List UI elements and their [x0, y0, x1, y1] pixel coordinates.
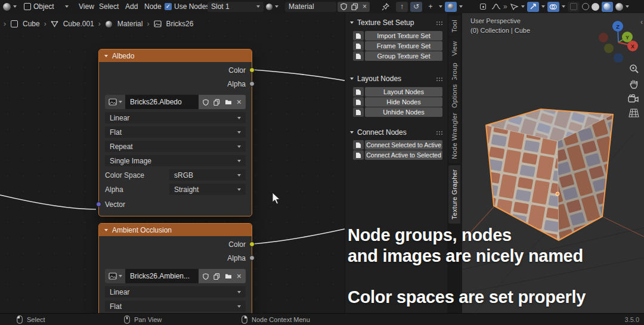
- unlink-icon[interactable]: ×: [237, 272, 242, 280]
- shader-type-value: Object: [33, 2, 54, 11]
- editor-type-button[interactable]: [3, 0, 17, 13]
- status-select-label: Select: [27, 316, 45, 323]
- image-browse-button[interactable]: [105, 269, 125, 283]
- material-name-field[interactable]: Material: [285, 0, 336, 13]
- breadcrumb-item-mesh[interactable]: Cube.001: [63, 20, 94, 28]
- pin-icon[interactable]: [382, 0, 389, 13]
- unlink-icon[interactable]: ×: [363, 3, 367, 10]
- output-label: Alpha: [227, 80, 246, 88]
- tab-node-wrangler[interactable]: Node Wrangler: [448, 109, 460, 163]
- duplicate-icon[interactable]: [351, 3, 358, 10]
- navigation-gizmo[interactable]: Z Y X: [595, 16, 642, 69]
- interpolation-select[interactable]: Linear: [105, 112, 246, 123]
- show-gizmo-icon[interactable]: [510, 3, 519, 10]
- extension-select[interactable]: Repeat: [105, 141, 246, 152]
- image-name-field[interactable]: Bricks26.Albedo: [125, 95, 199, 109]
- collapse-node-icon[interactable]: [104, 55, 108, 57]
- menu-add[interactable]: Add: [124, 0, 139, 13]
- shading-solid-icon[interactable]: [592, 3, 599, 11]
- pan-hand-icon[interactable]: [628, 79, 639, 89]
- proportional-edit-icon[interactable]: [477, 2, 489, 12]
- hide-nodes-button[interactable]: Hide Nodes: [365, 97, 442, 107]
- panel-drag-handle[interactable]: [436, 131, 443, 135]
- group-texture-set-button[interactable]: Group Texture Set: [365, 51, 442, 61]
- chevron-down-icon: [237, 188, 241, 191]
- viewport-3d[interactable]: User Perspective (0) Collection | Cube ‹: [462, 13, 644, 313]
- snap-mode-icon[interactable]: +: [425, 2, 436, 12]
- chevron-down-icon: [13, 5, 17, 8]
- brick-cube-object: [486, 109, 613, 240]
- projection-select[interactable]: Flat: [105, 126, 246, 138]
- tab-tool[interactable]: Tool: [448, 16, 460, 36]
- tab-view[interactable]: View: [448, 37, 460, 60]
- color-output-socket[interactable]: [249, 67, 255, 73]
- panel-texture-set-setup[interactable]: Texture Set Setup: [350, 18, 443, 27]
- alpha-output-socket[interactable]: [249, 255, 255, 261]
- shading-wireframe-icon[interactable]: [582, 3, 589, 10]
- ambient-occlusion-node[interactable]: Ambient Occlusion Color Alpha Bricks26.A…: [98, 223, 252, 313]
- browse-material-button[interactable]: [266, 0, 278, 13]
- open-folder-icon[interactable]: [225, 273, 232, 279]
- frame-texture-set-button[interactable]: Frame Texture Set: [365, 41, 442, 51]
- parent-node-tree-icon[interactable]: ↑: [396, 2, 408, 12]
- gizmo-toggle-icon[interactable]: [527, 2, 539, 12]
- use-nodes-checkbox[interactable]: ✓ Use Nodes: [165, 0, 209, 13]
- curved-arrow-icon[interactable]: ↺: [410, 2, 422, 12]
- albedo-node[interactable]: Albedo Color Alpha Bricks26.Albedo: [98, 49, 252, 216]
- alpha-mode-select[interactable]: Straight: [169, 184, 246, 195]
- alpha-output-socket[interactable]: [249, 81, 255, 86]
- breadcrumb-item-cube[interactable]: Cube: [23, 20, 40, 28]
- shader-type-dropdown[interactable]: Object: [24, 0, 69, 13]
- panel-connect-nodes[interactable]: Connect Nodes: [350, 128, 443, 137]
- unhide-nodes-button[interactable]: Unhide Nodes: [365, 107, 442, 117]
- duplicate-icon[interactable]: [213, 273, 220, 280]
- projection-select[interactable]: Flat: [105, 301, 246, 312]
- xray-toggle-icon[interactable]: [568, 2, 580, 12]
- panel-drag-handle[interactable]: [436, 21, 443, 25]
- duplicate-icon[interactable]: [213, 99, 220, 106]
- fake-user-icon[interactable]: [203, 273, 209, 280]
- breadcrumb-item-nodetree[interactable]: Bricks26: [166, 20, 193, 28]
- tab-options[interactable]: Options: [448, 80, 460, 112]
- fake-user-icon[interactable]: [340, 3, 347, 10]
- shading-material-icon[interactable]: [602, 2, 613, 12]
- connect-active-to-selected-button[interactable]: Connect Active to Selected: [365, 150, 442, 160]
- tab-texture-grapher[interactable]: Texture Grapher: [448, 165, 460, 224]
- interpolation-select[interactable]: Linear: [105, 286, 246, 298]
- orthographic-grid-icon[interactable]: [628, 109, 639, 117]
- layout-nodes-button[interactable]: Layout Nodes: [365, 87, 442, 97]
- import-texture-set-button[interactable]: Import Texture Set: [365, 31, 442, 41]
- chevron-down-icon: [626, 5, 629, 8]
- color-output-socket[interactable]: [249, 242, 255, 247]
- collapse-node-icon[interactable]: [104, 229, 108, 231]
- connect-selected-to-active-button[interactable]: Connect Selected to Active: [365, 140, 442, 150]
- camera-view-icon[interactable]: [628, 94, 639, 104]
- button-row: Layout Nodes: [353, 87, 442, 97]
- open-folder-icon[interactable]: [225, 99, 232, 105]
- falloff-curve-icon[interactable]: [491, 3, 501, 10]
- image-browse-button[interactable]: [105, 95, 125, 109]
- breadcrumb-separator: ›: [147, 20, 149, 28]
- panel-layout-nodes[interactable]: Layout Nodes: [350, 74, 443, 83]
- source-select[interactable]: Single Image: [105, 155, 246, 166]
- menu-select[interactable]: Select: [98, 0, 120, 13]
- vector-input-socket[interactable]: [96, 202, 101, 207]
- panel-drag-handle[interactable]: [436, 77, 443, 81]
- zoom-icon[interactable]: [628, 63, 639, 74]
- axis-x-label: X: [631, 44, 634, 49]
- shading-rendered-icon[interactable]: [615, 3, 623, 11]
- breadcrumb-item-material[interactable]: Material: [117, 20, 143, 28]
- menu-node[interactable]: Node: [143, 0, 163, 13]
- breadcrumb: › Cube › Cube.001 › Material › Bricks26: [4, 20, 193, 28]
- node-editor[interactable]: › Cube › Cube.001 › Material › Bricks26 …: [0, 13, 345, 313]
- auto-offset-toggle-icon[interactable]: [445, 2, 457, 12]
- ao-node-header[interactable]: Ambient Occlusion: [99, 224, 252, 236]
- fake-user-icon[interactable]: [203, 99, 209, 106]
- image-name-field[interactable]: Bricks26.Ambien...: [125, 269, 199, 283]
- overlays-toggle-icon[interactable]: [547, 2, 559, 12]
- menu-view[interactable]: View: [78, 0, 95, 13]
- unlink-icon[interactable]: ×: [237, 98, 242, 106]
- slot-dropdown[interactable]: Slot 1: [208, 0, 264, 13]
- albedo-node-header[interactable]: Albedo: [99, 49, 252, 62]
- color-space-select[interactable]: sRGB: [169, 169, 246, 181]
